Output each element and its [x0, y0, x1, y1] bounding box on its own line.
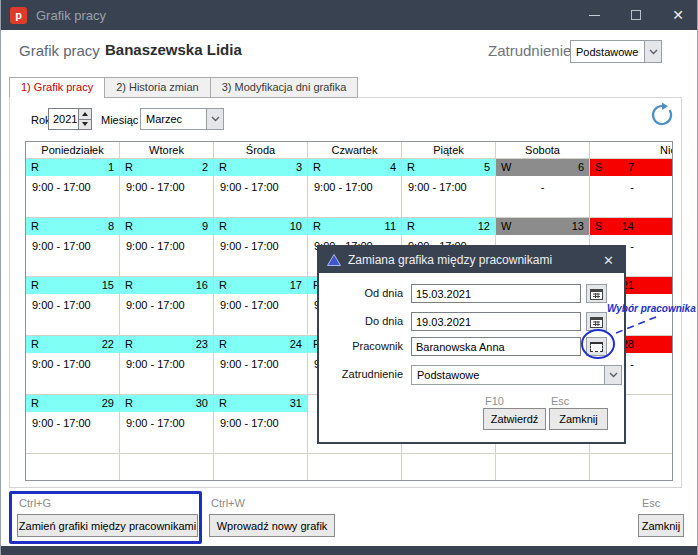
day-cell-band[interactable]: R11 [308, 218, 402, 235]
day-cell-hours[interactable]: 9:00 - 17:00 [214, 294, 308, 336]
to-date-picker-button[interactable] [586, 312, 607, 331]
day-cell-band[interactable]: R16 [120, 277, 214, 294]
day-cell-band[interactable] [496, 454, 590, 480]
day-cell-band[interactable]: S14 [590, 218, 673, 235]
day-code: R [219, 279, 227, 291]
day-cell-band[interactable]: R4 [308, 159, 402, 176]
day-cell-hours[interactable]: - [590, 176, 673, 218]
confirm-button[interactable]: Zatwierdź [483, 408, 546, 430]
day-cell-hours[interactable]: 9:00 - 17:00 [120, 176, 214, 218]
day-header: Środa [214, 142, 308, 159]
employee-picker-button[interactable] [586, 337, 607, 356]
chevron-down-icon[interactable] [644, 41, 661, 62]
tab-2[interactable]: 2) Historia zmian [104, 77, 210, 98]
day-cell-band[interactable]: R8 [26, 218, 120, 235]
day-code: R [31, 220, 39, 232]
day-number: 24 [290, 338, 302, 350]
dialog-close-icon[interactable]: ✕ [603, 253, 614, 268]
year-stepper[interactable]: 2021 [48, 108, 92, 130]
day-cell-hours[interactable]: 9:00 - 17:00 [214, 176, 308, 218]
day-cell-band[interactable]: R3 [214, 159, 308, 176]
day-cell-hours[interactable]: 9:00 - 17:00 [120, 353, 214, 395]
day-cell-band[interactable]: R24 [214, 336, 308, 353]
day-cell-band[interactable] [590, 454, 673, 480]
employment-select[interactable]: Podstawowe [570, 40, 662, 63]
day-cell-band[interactable] [402, 454, 496, 480]
day-cell-hours[interactable]: 9:00 - 17:00 [120, 235, 214, 277]
swap-schedules-button[interactable]: Zamień grafiki między pracownikami [17, 514, 198, 537]
dialog-employment-select[interactable]: Podstawowe [411, 365, 622, 385]
day-cell-band[interactable]: R15 [26, 277, 120, 294]
day-cell-band[interactable]: R10 [214, 218, 308, 235]
title-bar: p Grafik pracy ✕ [1, 0, 698, 30]
day-cell-hours[interactable]: 9:00 - 17:00 [402, 176, 496, 218]
day-number: 10 [290, 220, 302, 232]
day-cell-hours[interactable]: - [496, 176, 590, 218]
refresh-button[interactable] [649, 102, 675, 128]
tab-1[interactable]: 1) Grafik pracy [9, 77, 104, 98]
day-number: 4 [390, 161, 396, 173]
employee-input[interactable]: Baranowska Anna [411, 337, 581, 356]
year-up-button[interactable] [79, 109, 91, 119]
day-cell-hours[interactable]: 9:00 - 17:00 [308, 176, 402, 218]
page-title: Grafik pracy [19, 42, 100, 59]
day-cell-hours[interactable]: 9:00 - 17:00 [120, 294, 214, 336]
arrow-up-icon [82, 112, 88, 116]
dialog-title: Zamiana grafika między pracownikami [348, 253, 552, 267]
day-cell-hours[interactable]: 9:00 - 17:00 [26, 235, 120, 277]
day-cell-hours[interactable]: 9:00 - 17:00 [26, 294, 120, 336]
day-cell-band[interactable]: R1 [26, 159, 120, 176]
day-cell-band[interactable]: S7 [590, 159, 673, 176]
day-number: 29 [102, 397, 114, 409]
tab-3[interactable]: 3) Modyfikacja dni grafika [210, 77, 359, 98]
day-cell-hours[interactable]: 9:00 - 17:00 [214, 412, 308, 454]
day-header: Wtorek [120, 142, 214, 159]
from-date-input[interactable]: 15.03.2021 [411, 284, 581, 303]
day-cell-band[interactable] [26, 454, 120, 480]
day-cell-band[interactable] [308, 454, 402, 480]
day-cell-band[interactable]: R9 [120, 218, 214, 235]
day-cell-band[interactable]: W13 [496, 218, 590, 235]
day-cell-band[interactable]: R12 [402, 218, 496, 235]
day-code: W [501, 161, 511, 173]
to-date-input[interactable]: 19.03.2021 [411, 312, 581, 331]
day-cell-band[interactable]: R17 [214, 277, 308, 294]
day-cell-band[interactable]: R23 [120, 336, 214, 353]
dialog-title-bar: Zamiana grafika między pracownikami ✕ [319, 247, 624, 273]
day-cell-band[interactable]: W6 [496, 159, 590, 176]
day-number: 11 [385, 220, 396, 232]
day-cell-hours[interactable]: 9:00 - 17:00 [26, 412, 120, 454]
dialog-employment-value: Podstawowe [412, 369, 604, 381]
minimize-button[interactable] [573, 0, 615, 30]
day-cell-band[interactable]: R22 [26, 336, 120, 353]
chevron-down-icon[interactable] [206, 109, 223, 129]
day-cell-hours[interactable]: 9:00 - 17:00 [120, 412, 214, 454]
day-cell-hours[interactable]: 9:00 - 17:00 [26, 353, 120, 395]
day-cell-hours[interactable]: 9:00 - 17:00 [214, 353, 308, 395]
day-number: 15 [102, 279, 114, 291]
year-down-button[interactable] [79, 119, 91, 130]
close-window-button[interactable]: Zamknij [638, 514, 684, 537]
day-cell-band[interactable]: R2 [120, 159, 214, 176]
close-button[interactable]: ✕ [657, 0, 698, 30]
bottom-bar [1, 546, 698, 555]
day-cell-band[interactable]: R5 [402, 159, 496, 176]
dialog-employment-label: Zatrudnienie [325, 368, 403, 380]
day-cell-band[interactable] [214, 454, 308, 480]
day-cell-hours[interactable]: 9:00 - 17:00 [214, 235, 308, 277]
day-cell-band[interactable]: R31 [214, 395, 308, 412]
maximize-button[interactable] [615, 0, 657, 30]
new-schedule-button[interactable]: Wprowadź nowy grafik [209, 514, 335, 537]
month-select[interactable]: Marzec [140, 108, 224, 130]
day-number: 8 [108, 220, 114, 232]
dialog-close-button[interactable]: Zamknij [549, 408, 608, 430]
day-cell-hours[interactable]: 9:00 - 17:00 [26, 176, 120, 218]
day-number: 23 [196, 338, 208, 350]
chevron-down-icon[interactable] [604, 366, 621, 384]
from-date-picker-button[interactable] [586, 284, 607, 303]
day-cell-band[interactable] [120, 454, 214, 480]
day-code: R [125, 279, 133, 291]
day-cell-band[interactable]: R29 [26, 395, 120, 412]
day-code: R [125, 397, 133, 409]
day-cell-band[interactable]: R30 [120, 395, 214, 412]
